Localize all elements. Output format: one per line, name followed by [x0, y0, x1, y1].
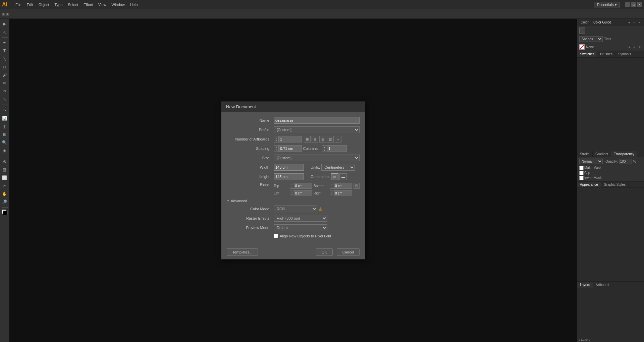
ok-button[interactable]: OK [316, 248, 333, 256]
stroke-box[interactable] [3, 211, 8, 215]
none-menu-icon[interactable]: ≡ [637, 45, 642, 49]
portrait-button[interactable]: ▭ [331, 173, 338, 180]
artboard-grid-by-col[interactable]: ⊟ [312, 136, 318, 142]
color-mode-select[interactable]: RGB CMYK [274, 206, 317, 212]
num-artboards-input[interactable] [278, 136, 302, 142]
none-expand-icon[interactable]: ◂ [627, 45, 631, 49]
scale-tool[interactable]: ⤡ [1, 96, 8, 103]
clip-checkbox[interactable] [579, 171, 584, 175]
rotate-tool[interactable]: ↻ [1, 88, 8, 95]
color-guide-tab[interactable]: Color Guide [592, 20, 612, 25]
width-input[interactable] [274, 164, 304, 171]
templates-button[interactable]: Templates... [227, 248, 258, 256]
close-button[interactable]: ✕ [637, 2, 642, 7]
menu-effect[interactable]: Effect [81, 0, 96, 9]
bleed-right-down[interactable]: ▼ [330, 193, 334, 196]
color-tab[interactable]: Color [579, 20, 590, 25]
invert-mask-checkbox[interactable] [579, 176, 584, 180]
bleed-right-up[interactable]: ▲ [330, 190, 334, 193]
pen-tool[interactable]: ✒ [1, 39, 8, 47]
swatches-tab[interactable]: Swatches [577, 51, 597, 57]
layers-tab[interactable]: Layers [577, 282, 593, 288]
columns-up[interactable]: ▲ [322, 146, 327, 149]
bleed-right-input[interactable] [334, 190, 352, 196]
none-shrink-icon[interactable]: ▸ [632, 45, 637, 49]
graphic-styles-tab[interactable]: Graphic Styles [601, 182, 629, 187]
column-graph[interactable]: ▦ [1, 166, 8, 173]
blend-tool[interactable]: ◈ [1, 147, 8, 154]
menu-file[interactable]: File [13, 0, 24, 9]
gradient-tool[interactable]: ◫ [1, 123, 8, 130]
columns-down[interactable]: ▼ [322, 149, 327, 152]
shades-select[interactable]: Shades [579, 36, 603, 42]
menu-view[interactable]: View [96, 0, 109, 9]
raster-effects-select[interactable]: High (300 ppi) Medium (150 ppi) Screen (… [274, 215, 327, 222]
eyedropper-tool[interactable]: 🔍 [1, 139, 8, 146]
menu-window[interactable]: Window [109, 0, 127, 9]
rectangle-tool[interactable]: □ [1, 63, 8, 71]
cancel-button[interactable]: Cancel [337, 248, 360, 256]
panel-close-icon[interactable]: ✕ [637, 20, 642, 25]
stroke-tab[interactable]: Stroke [577, 151, 593, 157]
bleed-left-input[interactable] [294, 190, 312, 196]
profile-select[interactable]: [Custom] [274, 126, 360, 133]
zoom-tool[interactable]: 🔎 [1, 198, 8, 206]
brushes-tab[interactable]: Brushes [597, 51, 615, 57]
workspace-switcher[interactable]: Essentials ▾ [594, 2, 620, 8]
artboard-grid-by-row[interactable]: ⊞ [304, 136, 311, 142]
artboard-arrange-col[interactable]: ▥ [327, 136, 334, 142]
symbols-tab[interactable]: Symbols [615, 51, 634, 57]
spacing-up[interactable]: ▲ [274, 146, 278, 149]
bleed-left-down[interactable]: ▼ [290, 193, 294, 196]
selection-tool[interactable]: ▶ [1, 20, 8, 27]
menu-type[interactable]: Type [52, 0, 65, 9]
type-tool[interactable]: T [1, 47, 8, 55]
preview-mode-select[interactable]: Default Pixel Overprint [274, 224, 327, 231]
opacity-input[interactable] [619, 159, 632, 164]
size-select[interactable]: [Custom] [274, 155, 360, 161]
direct-selection-tool[interactable]: ◁ [1, 28, 8, 36]
graph-tool[interactable]: 📊 [1, 115, 8, 122]
bleed-top-input[interactable] [294, 183, 312, 189]
blend-mode-select[interactable]: Normal [579, 159, 603, 164]
slice-tool[interactable]: ✂ [1, 182, 8, 189]
panel-menu-icon[interactable]: ≡ [632, 20, 637, 25]
line-tool[interactable]: ╲ [1, 55, 8, 63]
gradient-tab[interactable]: Gradient [593, 151, 611, 157]
bleed-left-up[interactable]: ▲ [290, 190, 294, 193]
mesh-tool[interactable]: ⊞ [1, 131, 8, 138]
color-square[interactable] [579, 27, 585, 34]
menu-object[interactable]: Object [36, 0, 52, 9]
artboard-arrange-row[interactable]: ▤ [319, 136, 326, 142]
artboard-tool[interactable]: ⬜ [1, 174, 8, 181]
bleed-top-up[interactable]: ▲ [290, 183, 294, 186]
spacing-down[interactable]: ▼ [274, 149, 278, 152]
artboard-arrow-right[interactable]: → [335, 136, 341, 142]
num-artboards-up[interactable]: ▲ [274, 136, 278, 139]
align-checkbox-label[interactable]: Align New Objects to Pixel Grid [280, 234, 331, 238]
transparency-tab[interactable]: Transparency [611, 151, 637, 157]
landscape-button[interactable]: ▬ [339, 173, 347, 180]
hand-tool[interactable]: ✋ [1, 190, 8, 197]
bleed-bottom-down[interactable]: ▼ [330, 186, 334, 188]
bleed-bottom-up[interactable]: ▲ [330, 183, 334, 186]
symbol-sprayer[interactable]: ⊛ [1, 158, 8, 165]
maximize-button[interactable]: □ [631, 2, 636, 7]
appearance-tab[interactable]: Appearance [577, 182, 601, 187]
name-input[interactable] [274, 117, 360, 124]
none-indicator-box[interactable] [579, 44, 585, 50]
make-mask-checkbox[interactable] [579, 166, 584, 170]
advanced-header[interactable]: ▼ Advanced [227, 199, 360, 203]
columns-input[interactable] [327, 145, 347, 152]
units-select[interactable]: Centimeters Inches Millimeters Points [321, 164, 355, 171]
minimize-button[interactable]: ─ [625, 2, 630, 7]
align-checkbox[interactable] [274, 234, 278, 238]
chain-link-button[interactable]: ⛓ [354, 183, 360, 189]
paintbrush-tool[interactable]: 🖌 [1, 71, 8, 79]
height-input[interactable] [274, 173, 304, 180]
menu-edit[interactable]: Edit [24, 0, 36, 9]
menu-help[interactable]: Help [127, 0, 141, 9]
pencil-tool[interactable]: ✏ [1, 79, 8, 87]
warp-tool[interactable]: 〜 [1, 107, 8, 114]
artboards-tab[interactable]: Artboards [593, 282, 613, 288]
